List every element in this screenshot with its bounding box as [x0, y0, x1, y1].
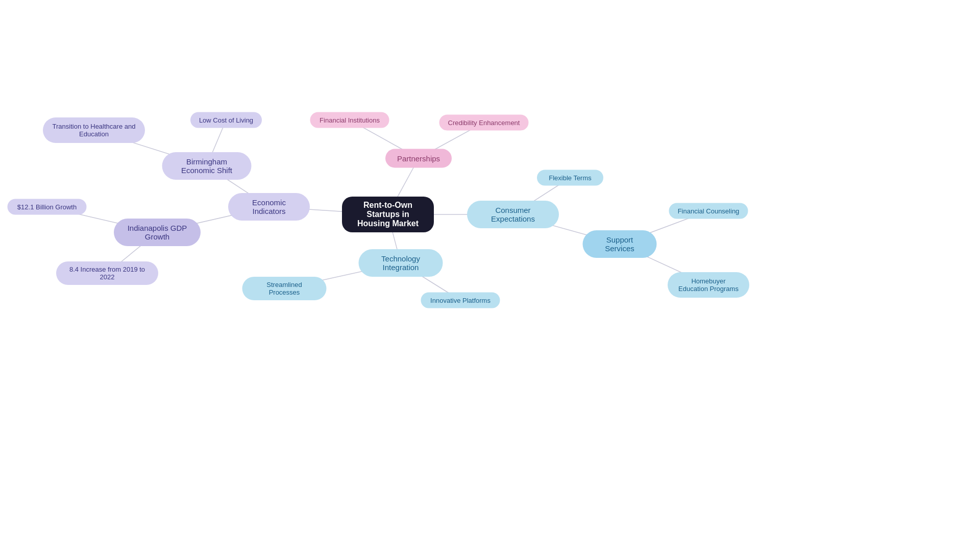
indianapolis-label: Indianapolis GDP Growth [123, 224, 191, 241]
streamlined-label: Streamlined Processes [251, 281, 318, 296]
financial-counseling-node[interactable]: Financial Counseling [669, 203, 748, 219]
technology-label: Technology Integration [368, 254, 434, 272]
financial-institutions-node[interactable]: Financial Institutions [310, 112, 389, 128]
credibility-node[interactable]: Credibility Enhancement [439, 115, 529, 131]
low-cost-node[interactable]: Low Cost of Living [190, 112, 262, 128]
support-services-label: Support Services [592, 235, 648, 253]
increase-label: 8.4 Increase from 2019 to 2022 [64, 266, 150, 281]
increase-node[interactable]: 8.4 Increase from 2019 to 2022 [56, 261, 158, 285]
innovative-label: Innovative Platforms [430, 297, 491, 304]
consumer-expectations-label: Consumer Expectations [476, 206, 550, 223]
consumer-expectations-node[interactable]: Consumer Expectations [467, 201, 559, 228]
partnerships-label: Partnerships [397, 154, 440, 163]
financial-counseling-label: Financial Counseling [678, 207, 740, 215]
indianapolis-node[interactable]: Indianapolis GDP Growth [114, 219, 201, 246]
technology-node[interactable]: Technology Integration [359, 249, 443, 277]
center-label: Rent-to-Own Startups in Housing Market [351, 201, 425, 228]
flexible-terms-label: Flexible Terms [549, 174, 592, 182]
flexible-terms-node[interactable]: Flexible Terms [537, 170, 603, 186]
partnerships-node[interactable]: Partnerships [385, 149, 452, 168]
economic-indicators-node[interactable]: Economic Indicators [228, 193, 310, 221]
streamlined-node[interactable]: Streamlined Processes [242, 277, 327, 300]
billion-node[interactable]: $12.1 Billion Growth [8, 199, 87, 215]
economic-indicators-label: Economic Indicators [237, 198, 301, 215]
mind-map: Rent-to-Own Startups in Housing Market E… [0, 0, 980, 553]
innovative-node[interactable]: Innovative Platforms [421, 293, 500, 308]
center-node[interactable]: Rent-to-Own Startups in Housing Market [342, 197, 434, 232]
billion-label: $12.1 Billion Growth [17, 203, 77, 211]
transition-node[interactable]: Transition to Healthcare and Education [43, 117, 145, 143]
transition-label: Transition to Healthcare and Education [52, 123, 136, 138]
birmingham-label: Birmingham Economic Shift [172, 157, 242, 175]
birmingham-node[interactable]: Birmingham Economic Shift [162, 152, 252, 180]
financial-institutions-label: Financial Institutions [320, 116, 380, 124]
homebuyer-label: Homebuyer Education Programs [677, 277, 740, 293]
low-cost-label: Low Cost of Living [199, 116, 253, 124]
support-services-node[interactable]: Support Services [583, 230, 657, 258]
credibility-label: Credibility Enhancement [448, 119, 520, 127]
homebuyer-node[interactable]: Homebuyer Education Programs [668, 272, 749, 298]
